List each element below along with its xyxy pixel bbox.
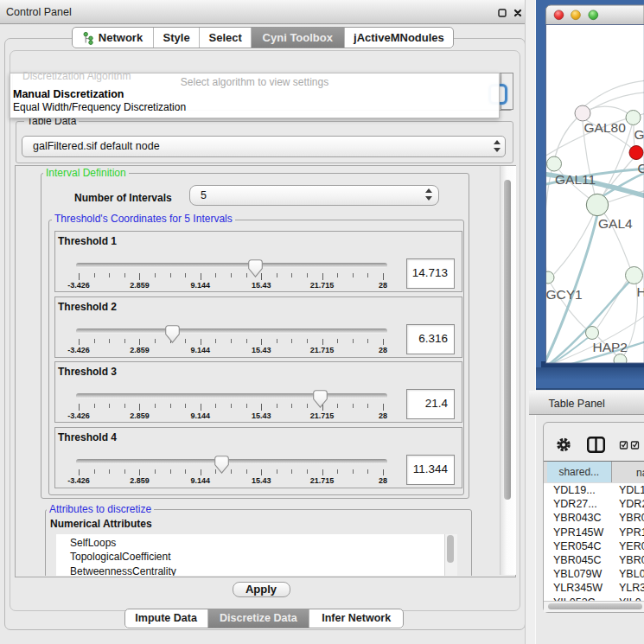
svg-text:GAL4: GAL4: [598, 216, 633, 231]
svg-text:HIS4: HIS4: [637, 284, 644, 299]
svg-text:GAL2: GAL2: [634, 127, 644, 142]
svg-text:GCY1: GCY1: [545, 287, 582, 302]
svg-text:CYC1: CYC1: [638, 161, 644, 175]
svg-text:GAL11: GAL11: [555, 172, 596, 187]
svg-text:HAP2: HAP2: [593, 340, 628, 354]
svg-text:GAL80: GAL80: [584, 120, 627, 135]
